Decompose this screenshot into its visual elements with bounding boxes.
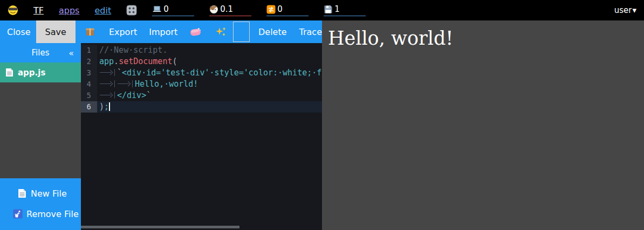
line-content: //·New·script. (97, 45, 322, 56)
code-token: ` (117, 68, 122, 78)
files-sidebar: Files « app.js (0, 43, 81, 230)
line-content: Hello,·world! (97, 79, 322, 90)
nav-link-edit[interactable]: edit (94, 5, 111, 16)
chevron-down-icon: ▾ (632, 5, 636, 15)
user-menu[interactable]: user ▾ (614, 5, 636, 15)
stat-value: 0.1 (220, 4, 233, 14)
line-number: 5 (81, 90, 97, 101)
file-name: app.js (18, 68, 45, 78)
remove-file-button[interactable]: Remove File (0, 206, 81, 221)
blank-swatch-button[interactable] (233, 22, 250, 42)
hamster-icon (209, 5, 218, 14)
line-number: 4 (81, 79, 97, 90)
stat-value: 0 (163, 4, 169, 14)
sunglasses-face-icon[interactable] (8, 5, 18, 16)
code-token: ) (99, 102, 104, 111)
tab-indicator (99, 80, 115, 87)
stat-value: 0 (277, 4, 283, 14)
floppy-icon (324, 5, 333, 14)
stat-floppy: 1 (324, 4, 366, 16)
sidebar-empty-area (0, 82, 81, 178)
code-line[interactable]: 6); (81, 101, 322, 113)
line-content: </div>` (97, 90, 322, 101)
tab-indicator (117, 80, 133, 87)
text-cursor (109, 102, 110, 111)
new-file-icon (18, 189, 26, 198)
preview-heading: Hello, world! (322, 20, 644, 49)
line-content: `<div·id='test-div'·style='color:·white;… (97, 67, 322, 79)
nav-link-apps[interactable]: apps (59, 5, 79, 16)
export-button[interactable]: Export (109, 27, 137, 37)
close-button[interactable]: Close (7, 27, 31, 37)
code-editor[interactable]: 1//·New·script.2app.setDocument(3`<div·i… (81, 43, 322, 230)
app-window: TF apps edit 0 (0, 0, 644, 230)
top-bar: TF apps edit 0 (0, 0, 644, 20)
stat-value: 1 (334, 4, 340, 14)
code-token: <div·id='test-div'·style='color:·white;·… (122, 68, 321, 78)
files-panel-title: Files (32, 48, 50, 58)
code-lines: 1//·New·script.2app.setDocument(3`<div·i… (81, 45, 322, 113)
code-token: </div> (117, 90, 146, 100)
code-line[interactable]: 1//·New·script. (81, 45, 322, 56)
line-number: 1 (81, 45, 97, 56)
sparkles-icon[interactable] (215, 26, 227, 38)
preview-panel: Hello, world! (322, 20, 644, 230)
stat-hamster: 0.1 (209, 4, 251, 16)
code-token: //·New·script. (99, 45, 167, 55)
code-token: setDocument (119, 57, 172, 66)
nav-link-tf[interactable]: TF (33, 5, 44, 16)
tab-indicator (99, 69, 115, 76)
repeat-icon (266, 5, 276, 14)
file-item-appjs[interactable]: app.js (0, 62, 81, 82)
save-button[interactable]: Save (36, 20, 76, 43)
code-line[interactable]: 5</div>` (81, 90, 322, 101)
soap-icon[interactable] (190, 27, 202, 37)
user-menu-label: user (614, 5, 632, 15)
horizontal-scrollbar[interactable] (81, 226, 239, 228)
line-number: 6 (81, 101, 97, 113)
trace-button[interactable]: Trace (299, 27, 322, 37)
line-content: ); (97, 101, 322, 113)
code-token: ( (172, 57, 177, 66)
code-line[interactable]: 2app.setDocument( (81, 56, 322, 67)
code-token: ` (146, 90, 151, 100)
code-token: app (99, 57, 114, 66)
line-number: 3 (81, 67, 97, 79)
stat-laptop: 0 (152, 4, 194, 16)
files-panel-header: Files « (0, 43, 81, 62)
laptop-icon (152, 5, 162, 13)
sidebar-actions: New File Remove File (0, 178, 81, 230)
new-file-button[interactable]: New File (0, 186, 81, 201)
delete-button[interactable]: Delete (258, 27, 287, 37)
litter-bin-icon (13, 209, 23, 219)
line-content: app.setDocument( (97, 56, 322, 67)
code-token: Hello,·world! (135, 79, 198, 89)
stat-repeat: 0 (266, 4, 309, 16)
collapse-sidebar-icon[interactable]: « (68, 48, 74, 58)
package-icon[interactable] (85, 26, 95, 37)
code-line[interactable]: 3`<div·id='test-div'·style='color:·white… (81, 67, 322, 79)
tab-indicator (99, 92, 115, 99)
import-button[interactable]: Import (149, 27, 177, 37)
document-icon (5, 68, 13, 77)
code-token: ; (104, 102, 109, 111)
code-token: . (114, 57, 119, 66)
new-file-label: New File (31, 189, 67, 199)
code-line[interactable]: 4Hello,·world! (81, 79, 322, 90)
dice-icon[interactable] (126, 5, 137, 16)
remove-file-label: Remove File (26, 209, 79, 219)
editor-toolbar: Close Save Export Import D (0, 20, 322, 43)
line-number: 2 (81, 56, 97, 67)
